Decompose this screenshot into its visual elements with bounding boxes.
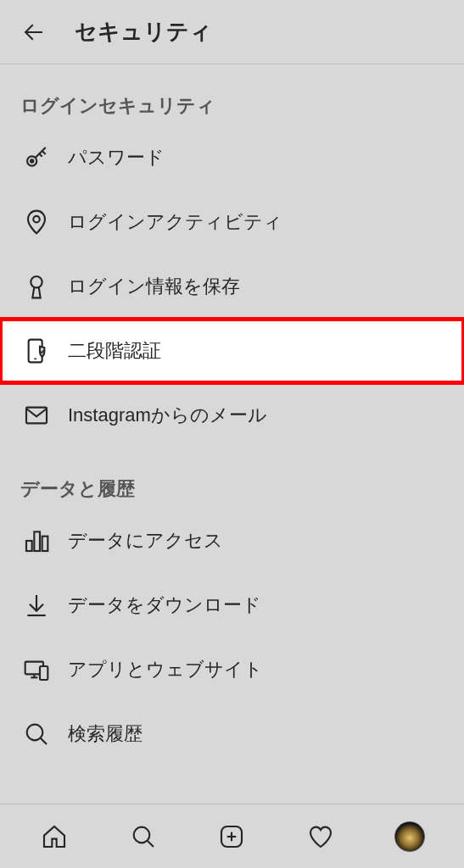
item-label: 検索履歴 [68, 721, 143, 747]
arrow-left-icon [21, 19, 47, 45]
item-label: Instagramからのメール [68, 403, 267, 428]
nav-add[interactable] [213, 818, 250, 855]
svg-line-21 [41, 738, 47, 744]
item-label: 二段階認証 [68, 338, 161, 364]
item-apps-websites[interactable]: アプリとウェブサイト [0, 637, 464, 702]
item-login-activity[interactable]: ログインアクティビティ [0, 190, 464, 254]
download-icon [20, 589, 53, 621]
devices-icon [20, 654, 53, 686]
nav-profile[interactable] [391, 818, 428, 855]
svg-point-22 [134, 826, 150, 843]
svg-rect-11 [26, 541, 32, 551]
nav-home[interactable] [36, 818, 73, 855]
item-label: ログイン情報を保存 [68, 274, 240, 299]
bar-chart-icon [20, 525, 53, 557]
pin-icon [20, 206, 53, 238]
item-label: ログインアクティビティ [68, 209, 282, 235]
svg-rect-19 [40, 666, 48, 680]
heart-icon [307, 823, 334, 850]
svg-rect-12 [34, 531, 40, 551]
item-download-data[interactable]: データをダウンロード [0, 573, 464, 637]
item-save-login[interactable]: ログイン情報を保存 [0, 254, 464, 319]
page-title: セキュリティ [75, 17, 212, 47]
item-search-history[interactable]: 検索履歴 [0, 702, 464, 766]
item-label: アプリとウェブサイト [68, 657, 263, 682]
svg-point-2 [31, 159, 33, 162]
key-icon [20, 142, 53, 174]
nav-search[interactable] [125, 818, 162, 855]
item-access-data[interactable]: データにアクセス [0, 509, 464, 573]
svg-line-23 [148, 840, 154, 846]
header: セキュリティ [0, 0, 464, 64]
bottom-nav [0, 804, 464, 868]
svg-line-4 [42, 151, 46, 154]
section-login-security: ログインセキュリティ パスワード ログインアクティビティ [0, 64, 464, 448]
search-icon [130, 823, 157, 850]
item-password[interactable]: パスワード [0, 125, 464, 190]
svg-point-20 [27, 725, 43, 741]
svg-rect-13 [42, 537, 48, 551]
back-button[interactable] [15, 14, 53, 51]
svg-line-5 [39, 153, 42, 156]
search-icon [20, 718, 53, 750]
nav-activity[interactable] [302, 818, 339, 855]
avatar [394, 821, 425, 852]
item-two-factor[interactable]: 二段階認証 [0, 319, 464, 383]
item-label: パスワード [68, 145, 165, 170]
section-data-history: データと履歴 データにアクセス データをダウンロード [0, 448, 464, 766]
mail-icon [20, 399, 53, 431]
svg-point-6 [33, 216, 39, 222]
home-icon [41, 823, 68, 850]
item-label: データをダウンロード [68, 593, 261, 618]
svg-point-7 [31, 276, 42, 287]
content: ログインセキュリティ パスワード ログインアクティビティ [0, 64, 464, 804]
section-title: ログインセキュリティ [0, 93, 464, 125]
keyhole-icon [20, 270, 53, 303]
section-title: データと履歴 [0, 476, 464, 509]
add-icon [218, 823, 245, 850]
phone-shield-icon [20, 335, 53, 367]
item-instagram-mail[interactable]: Instagramからのメール [0, 383, 464, 448]
item-label: データにアクセス [68, 528, 223, 554]
